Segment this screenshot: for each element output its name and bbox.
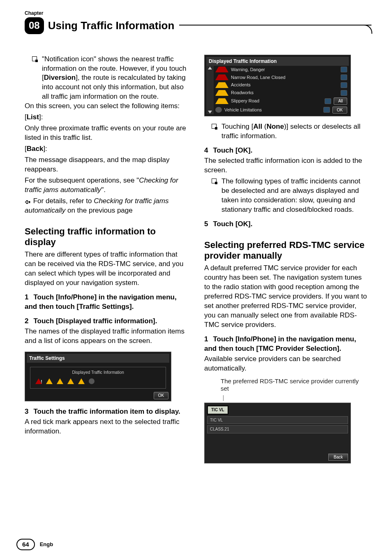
fig2-row[interactable]: Warning, Danger <box>214 66 349 74</box>
callout-line <box>223 395 367 401</box>
fig3-callout: The preferred RDS-TMC service provider c… <box>221 378 367 393</box>
text: ( <box>262 123 266 130</box>
scroll-up-icon[interactable] <box>208 67 212 70</box>
none-bold: None <box>267 123 284 130</box>
header-rule <box>179 25 371 25</box>
checkbox-icon[interactable] <box>341 67 347 72</box>
fig2-all-button[interactable]: All <box>334 97 347 105</box>
bullet-all-none: Touching [All (None)] selects or deselec… <box>204 122 367 141</box>
fig2-row[interactable]: Slippery RoadAll <box>214 97 349 106</box>
fig1-icon-row: ! <box>32 376 164 387</box>
step-3-desc: A red tick mark appears next to the sele… <box>25 417 188 436</box>
fig3-active-tab[interactable]: TIC VL <box>207 405 228 415</box>
scroll-down-icon[interactable] <box>208 111 212 114</box>
page-footer: 64 Engb <box>16 539 53 550</box>
text: For details, refer to <box>33 197 94 205</box>
text: ". <box>101 186 106 194</box>
limitation-circle-icon <box>89 378 95 384</box>
chapter-title: Using Traffic Information <box>48 19 175 33</box>
checkbox-icon[interactable] <box>341 74 347 80</box>
chapter-number-badge: 08 <box>25 17 44 34</box>
step-5: 5Touch [OK]. <box>204 220 367 229</box>
text: Touching [ <box>221 123 254 130</box>
fig2-row[interactable]: Roadworks <box>214 89 349 97</box>
chapter-header: 08 Using Traffic Information <box>25 17 367 34</box>
fig1-inner-title: Displayed Traffic Information <box>32 369 164 376</box>
back-bold: Back <box>27 145 44 153</box>
provider-intro: A default preferred TMC service provider… <box>204 264 367 330</box>
ref-arrow-icon: ➪ <box>25 197 30 206</box>
back-desc: The message disappears, and the map disp… <box>25 155 188 174</box>
checkbox-icon[interactable] <box>341 82 347 88</box>
warning-triangle-icon <box>215 98 228 104</box>
warning-triangle-icon <box>46 378 53 384</box>
figure-traffic-settings: Traffic Settings Displayed Traffic Infor… <box>25 352 171 401</box>
fig2-row-label: Slippery Road <box>231 98 325 104</box>
ref-line: ➪ For details, refer to Checking for tra… <box>25 197 188 215</box>
warning-triangle-icon <box>215 74 228 80</box>
checkbox-icon[interactable] <box>341 90 347 96</box>
limitation-circle-icon <box>215 107 222 113</box>
left-column: "Notification icon" shows the nearest tr… <box>25 55 188 464</box>
checkbox-icon[interactable] <box>325 98 331 104</box>
warning-triangle-icon <box>215 67 228 72</box>
text: For the subsequent operations, see " <box>25 176 139 184</box>
fig3-row[interactable]: TIC VL <box>207 416 348 424</box>
diversion-bold: Diversion <box>44 74 76 81</box>
step-4-text: Touch [OK]. <box>213 146 252 154</box>
fig2-row[interactable]: Accidents <box>214 81 349 89</box>
fig2-scrollbar[interactable] <box>206 66 214 114</box>
step-1b-desc: Available service providers can be searc… <box>204 354 367 373</box>
checkbox-icon[interactable] <box>323 107 330 113</box>
text: on the previous page <box>65 206 133 214</box>
warning-triangle-icon <box>215 90 228 96</box>
text: The following types of traffic incidents… <box>221 177 360 213</box>
step-5-text: Touch [OK]. <box>213 220 252 228</box>
fig2-row[interactable]: Narrow Road, Lane Closed <box>214 74 349 81</box>
warning-triangle-icon <box>78 378 85 384</box>
figure-tmc-provider: TIC VL TIC VL CLASS.21 Back <box>204 403 351 463</box>
fig1-title: Traffic Settings <box>27 354 169 363</box>
chapter-label: Chapter <box>25 10 367 16</box>
list-label-line: [List]: <box>25 113 188 122</box>
step-1-text: Touch [Info/Phone] in the navigation men… <box>25 293 177 310</box>
step-2-desc: The names of the displayed traffic infor… <box>25 327 188 346</box>
step-3: 3Touch the traffic information item to d… <box>25 407 188 417</box>
fig2-title: Displayed Traffic Information <box>206 57 349 66</box>
figure-displayed-traffic-info: Displayed Traffic Information Warning, D… <box>204 55 351 117</box>
select-intro: There are different types of traffic inf… <box>25 250 188 288</box>
bullet-icon <box>212 178 217 183</box>
step-2: 2Touch [Displayed traffic information]. <box>25 317 188 326</box>
list-desc: Only three proximate traffic events on y… <box>25 124 188 143</box>
step-1b-text: Touch [Info/Phone] in the navigation men… <box>204 335 356 352</box>
fig2-row[interactable]: Vehicle LimitationsOK <box>214 106 349 115</box>
step-2-text: Touch [Displayed traffic information]. <box>33 317 157 325</box>
warning-triangle-icon: ! <box>35 378 42 384</box>
page-number: 64 <box>16 539 35 550</box>
heading-selecting-provider: Selecting preferred RDS-TMC service prov… <box>204 240 367 262</box>
subsequent-line: For the subsequent operations, see "Chec… <box>25 176 188 195</box>
fig2-row-label: Vehicle Limitations <box>224 107 323 113</box>
list-bold: List <box>27 113 39 121</box>
bullet-cannot-deselect: The following types of traffic incidents… <box>204 177 367 215</box>
fig3-row[interactable]: CLASS.21 <box>207 425 348 433</box>
step-4: 4Touch [OK]. <box>204 146 367 155</box>
fig2-row-label: Narrow Road, Lane Closed <box>231 74 341 81</box>
warning-triangle-icon <box>215 82 228 88</box>
step-4-desc: The selected traffic information icon is… <box>204 156 367 175</box>
fig2-row-label: Roadworks <box>231 90 341 96</box>
fig1-inner-frame: Displayed Traffic Information ! <box>30 367 166 389</box>
fig3-back-button[interactable]: Back <box>328 454 348 461</box>
heading-selecting-traffic-info: Selecting traffic information to display <box>25 226 188 248</box>
back-label-line: [Back]: <box>25 144 188 154</box>
bullet-icon <box>212 124 217 129</box>
fig2-ok-button[interactable]: OK <box>332 107 347 114</box>
fig1-ok-button[interactable]: OK <box>154 392 168 399</box>
step-1: 1Touch [Info/Phone] in the navigation me… <box>25 293 188 312</box>
warning-triangle-icon <box>57 378 63 384</box>
right-column: Displayed Traffic Information Warning, D… <box>204 55 367 464</box>
bullet-icon <box>32 56 37 61</box>
step-1b: 1Touch [Info/Phone] in the navigation me… <box>204 335 367 354</box>
fig2-row-label: Accidents <box>231 82 341 88</box>
warning-triangle-icon <box>67 378 74 384</box>
